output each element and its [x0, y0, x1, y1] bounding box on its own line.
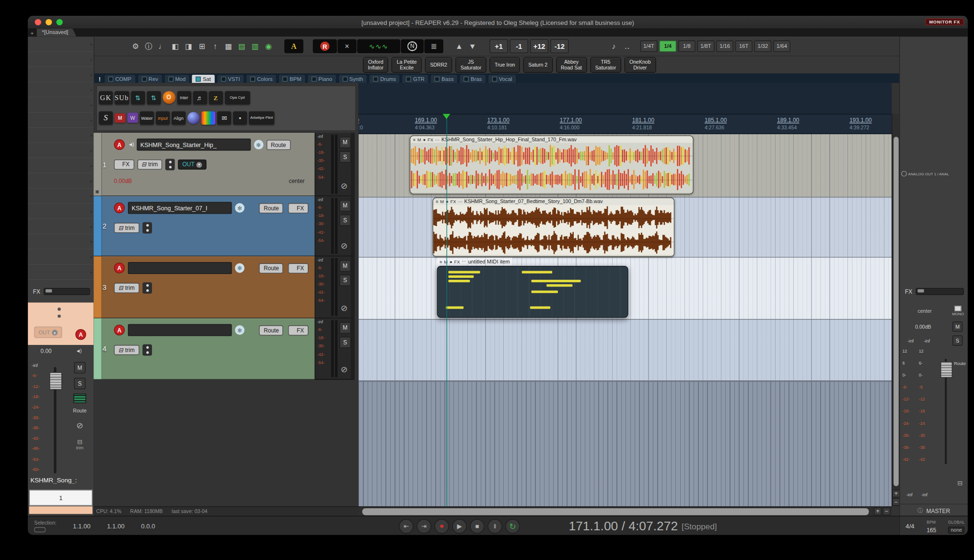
palette-m-button[interactable]: M — [115, 113, 125, 123]
tab-bass[interactable]: Bass — [430, 74, 458, 83]
item-flag-icon[interactable]: M — [444, 259, 448, 263]
go-to-end-button[interactable]: ⇥ — [417, 519, 431, 533]
mute-button[interactable]: M — [74, 362, 86, 374]
palette-z-button[interactable]: Z — [209, 91, 222, 104]
master-volume-value[interactable]: 0.00dB — [915, 324, 931, 330]
horizontal-zoom-out-button[interactable]: − — [883, 508, 891, 515]
record-arm-button[interactable]: A — [114, 325, 125, 335]
track-name-input[interactable]: KSHMR_Song_Starter_Hip_ — [137, 138, 251, 150]
item-flag-icon[interactable]: M — [440, 199, 444, 204]
volume-value[interactable]: 0.00 — [41, 348, 52, 354]
audio-item-2[interactable]: ≡M●FX⋯KSHMR_Song_Starter_07_Bedtime_Stor… — [432, 197, 674, 257]
tab-checkbox[interactable] — [250, 76, 255, 81]
selection-start-field[interactable]: 1.1.00 — [73, 523, 91, 530]
snowflake-icon[interactable]: ✻ — [254, 140, 263, 149]
tab-checkbox[interactable] — [373, 76, 379, 81]
palette-sub-button[interactable]: SUb — [115, 91, 129, 104]
vertical-zoom-in-button[interactable]: + — [893, 490, 900, 498]
palette-water-button[interactable]: Water — [140, 111, 154, 125]
record-arm-button[interactable]: A — [114, 139, 125, 150]
dock-row[interactable]: ▸ — [28, 97, 93, 113]
mute-button[interactable]: M — [339, 200, 351, 211]
tab-gtr[interactable]: GTR — [402, 74, 429, 83]
tab-checkbox[interactable] — [435, 76, 440, 81]
dock-row[interactable]: ▸ — [28, 250, 93, 265]
master-mute-button[interactable]: M — [952, 321, 962, 331]
selection-end-field[interactable]: 1.1.00 — [107, 523, 125, 530]
dock-row[interactable]: ▸ — [28, 204, 93, 219]
tab-comp[interactable]: COMP — [104, 74, 136, 83]
sdrr2-button[interactable]: SDRR2 — [425, 57, 452, 73]
track-panel-2[interactable]: 2AKSHMR_Song_Starter_07_I✻RouteFX⊟trim — [94, 196, 315, 257]
a-note-tile-icon[interactable]: A — [284, 39, 303, 53]
route-button[interactable]: Route — [267, 139, 290, 149]
routing-tile-icon[interactable]: ≣ — [424, 39, 443, 53]
dock-row[interactable]: ▸ — [28, 52, 93, 67]
item-flag-icon[interactable]: ≡ — [413, 137, 415, 142]
speaker-icon[interactable]: ◄) — [76, 348, 81, 354]
route-button[interactable]: Route — [73, 408, 86, 414]
pan-knob[interactable] — [142, 282, 152, 294]
trim-button[interactable]: ⊟trim — [114, 345, 139, 355]
edit-cursor-marker[interactable] — [443, 114, 451, 123]
oneknob-driver-button[interactable]: OneKnobDriver — [624, 57, 656, 73]
alert-tab[interactable]: ! — [96, 77, 104, 83]
pan-value[interactable]: center — [289, 178, 304, 184]
dock-row[interactable]: ▸ — [28, 158, 93, 173]
dots-button[interactable]: ‥ — [621, 40, 633, 52]
route-button[interactable]: Route — [259, 263, 283, 273]
fx-wet-slider[interactable] — [44, 288, 90, 295]
master-fader-handle[interactable] — [940, 361, 952, 377]
mixer-track-name[interactable]: KSHMR_Song_: — [30, 477, 92, 484]
palette-harp-button[interactable]: ♬ — [193, 91, 207, 104]
midi-note[interactable] — [530, 306, 550, 309]
track-color-strip[interactable] — [94, 319, 102, 379]
item-flag-icon[interactable]: ≡ — [440, 259, 442, 263]
grid-division-1-4T[interactable]: 1/4T — [640, 41, 658, 52]
pitch-button-minus1[interactable]: -1 — [510, 39, 528, 53]
wrench-icon[interactable]: ⚙ — [129, 40, 142, 52]
vertical-zoom-out-button[interactable]: − — [893, 498, 900, 506]
palette-dark-tile-button[interactable]: ▪ — [233, 111, 247, 125]
mute-button[interactable]: M — [339, 137, 351, 148]
phase-button[interactable]: ⊘ — [341, 365, 348, 373]
master-solo-button[interactable]: S — [952, 335, 962, 345]
saturn-2-button[interactable]: Saturn 2 — [523, 57, 553, 73]
horizontal-zoom-in-button[interactable]: + — [874, 508, 881, 515]
track-name-input[interactable] — [128, 324, 232, 336]
tab-checkbox[interactable] — [283, 76, 288, 81]
horizontal-scrollbar-thumb[interactable] — [362, 508, 869, 515]
snowflake-icon[interactable]: ✻ — [235, 203, 244, 213]
master-fx-label[interactable]: FX — [905, 288, 912, 295]
dock-row[interactable]: ▸ — [28, 67, 93, 82]
midi-note[interactable] — [446, 306, 464, 309]
palette-rainbow-button[interactable] — [201, 111, 215, 125]
master-fx-slider[interactable] — [916, 288, 964, 295]
go-to-start-button[interactable]: ⇤ — [399, 519, 413, 533]
dock-row[interactable]: ▸ — [28, 128, 93, 143]
la-petite-excite-button[interactable]: La PetiteExcite — [392, 57, 422, 73]
snowflake-icon[interactable]: ✻ — [235, 263, 244, 273]
item-flag-icon[interactable]: FX — [451, 199, 456, 204]
note-button[interactable]: ♪ — [607, 40, 620, 52]
pan-knob[interactable] — [142, 222, 152, 234]
solo-button[interactable]: S — [74, 378, 86, 389]
fx-button[interactable]: FX — [289, 325, 309, 335]
envelope-left-icon[interactable]: ◧ — [169, 40, 182, 52]
grid-division-1-4[interactable]: 1/4 — [659, 41, 676, 52]
record-arm-button[interactable]: A — [114, 263, 125, 273]
record-monitor-icon[interactable]: ◉ — [262, 40, 275, 52]
output-row[interactable]: ANALOG OUT 1 / ANAL — [901, 171, 968, 177]
out-dropdown[interactable]: OUT ▾ — [34, 327, 62, 338]
vertical-scrollbar-thumb[interactable] — [893, 137, 899, 486]
fx-button[interactable]: FX — [289, 203, 309, 213]
item-flag-icon[interactable]: ⋯ — [458, 199, 462, 205]
dock-row[interactable]: ▸ — [28, 173, 93, 189]
oxford-inflator-button[interactable]: OxfordInflator — [363, 57, 388, 73]
grid-division-1-32[interactable]: 1/32 — [754, 41, 772, 52]
palette-align-button[interactable]: Align — [172, 111, 186, 125]
nudge-down-button[interactable]: ▼ — [466, 40, 478, 52]
bpm-value[interactable]: 165 — [927, 527, 936, 533]
selection-mode-icon[interactable] — [34, 527, 46, 532]
tab-checkbox[interactable] — [108, 76, 114, 81]
